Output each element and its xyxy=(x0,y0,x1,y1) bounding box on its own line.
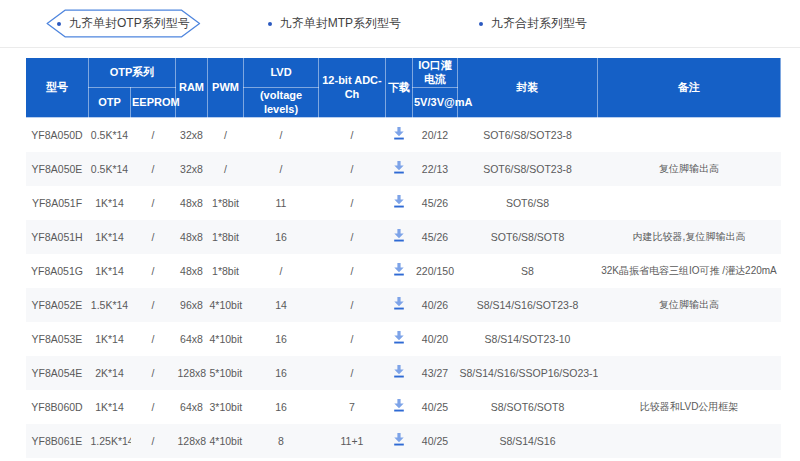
tab-label: 九齐合封系列型号 xyxy=(491,15,587,32)
tab-combined-series[interactable]: 九齐合封系列型号 xyxy=(462,8,604,39)
cell-model: YF8A051H xyxy=(26,220,89,254)
cell-adc: / xyxy=(319,356,386,390)
col-header-lvd: LVD xyxy=(244,58,319,88)
cell-remark: 32K晶振省电容三组IO可推 /灌达220mA xyxy=(598,254,781,288)
cell-pwm: / xyxy=(208,118,244,152)
cell-remark: 比较器和LVD公用框架 xyxy=(598,390,781,424)
cell-pwm: / xyxy=(208,152,244,186)
cell-adc: 7 xyxy=(319,390,386,424)
cell-adc: / xyxy=(319,220,386,254)
cell-adc: / xyxy=(319,118,386,152)
cell-otp: 0.5K*14 xyxy=(89,152,131,186)
table-row: YF8A054E 2K*14 / 128x8 5*10bit 16 / 43/2… xyxy=(26,356,781,390)
cell-model: YF8B060D xyxy=(26,390,89,424)
col-header-eeprom: EEPROM xyxy=(131,88,176,118)
cell-eeprom: / xyxy=(131,186,176,220)
download-icon[interactable] xyxy=(392,297,406,310)
tab-bullet-icon xyxy=(479,22,483,26)
cell-adc: / xyxy=(319,322,386,356)
cell-lvd: / xyxy=(244,152,319,186)
tab-bullet-icon xyxy=(268,22,272,26)
cell-lvd: / xyxy=(244,254,319,288)
download-icon[interactable] xyxy=(392,161,406,174)
col-header-adc: 12-bit ADC-Ch xyxy=(319,58,386,118)
table-row: YF8A051G 1K*14 / 48x8 1*8bit / / 220/150… xyxy=(26,254,781,288)
table-row: YF8B060D 1K*14 / 64x8 3*10bit 16 7 40/25… xyxy=(26,390,781,424)
cell-eeprom: / xyxy=(131,220,176,254)
table-row: YF8A050E 0.5K*14 / 32x8 / / / 22/13 SOT6… xyxy=(26,152,781,186)
cell-model: YF8A050D xyxy=(26,118,89,152)
col-header-otp: OTP xyxy=(89,88,131,118)
cell-remark: 内建比较器,复位脚输出高 xyxy=(598,220,781,254)
cell-remark xyxy=(598,356,781,390)
cell-lvd: 14 xyxy=(244,288,319,322)
tab-mtp-series[interactable]: 九齐单封MTP系列型号 xyxy=(251,8,418,39)
download-icon[interactable] xyxy=(392,365,406,378)
cell-package: S8 xyxy=(458,254,598,288)
cell-package: S8/SOT6/SOT8 xyxy=(458,390,598,424)
cell-lvd: / xyxy=(244,118,319,152)
cell-lvd: 16 xyxy=(244,356,319,390)
cell-ram: 64x8 xyxy=(176,322,208,356)
cell-otp: 1.5K*14 xyxy=(89,288,131,322)
cell-model: YF8A051F xyxy=(26,186,89,220)
cell-pwm: 5*10bit xyxy=(208,356,244,390)
cell-remark: 复位脚输出高 xyxy=(598,152,781,186)
download-icon[interactable] xyxy=(392,331,406,344)
download-icon[interactable] xyxy=(392,195,406,208)
cell-download xyxy=(386,390,413,424)
cell-model: YF8A051G xyxy=(26,254,89,288)
cell-eeprom: / xyxy=(131,288,176,322)
col-header-io-current: IO口灌电流 xyxy=(413,58,458,88)
table-row: YF8A051F 1K*14 / 48x8 1*8bit 11 / 45/26 … xyxy=(26,186,781,220)
cell-lvd: 16 xyxy=(244,220,319,254)
cell-package: S8/S14/SOT23-10 xyxy=(458,322,598,356)
cell-eeprom: / xyxy=(131,424,176,458)
download-icon[interactable] xyxy=(392,433,406,446)
download-icon[interactable] xyxy=(392,263,406,276)
download-icon[interactable] xyxy=(392,229,406,242)
cell-pwm: 1*8bit xyxy=(208,220,244,254)
cell-otp: 1K*14 xyxy=(89,220,131,254)
cell-adc: / xyxy=(319,288,386,322)
cell-ram: 48x8 xyxy=(176,186,208,220)
cell-eeprom: / xyxy=(131,390,176,424)
cell-io-current: 40/25 xyxy=(413,424,458,458)
cell-lvd: 8 xyxy=(244,424,319,458)
cell-download xyxy=(386,152,413,186)
cell-otp: 1K*14 xyxy=(89,186,131,220)
cell-eeprom: / xyxy=(131,254,176,288)
cell-pwm: 1*8bit xyxy=(208,186,244,220)
cell-eeprom: / xyxy=(131,118,176,152)
cell-download xyxy=(386,322,413,356)
cell-package: SOT6/S8/SOT8 xyxy=(458,220,598,254)
download-icon[interactable] xyxy=(392,399,406,412)
cell-otp: 2K*14 xyxy=(89,356,131,390)
cell-remark: 复位脚输出高 xyxy=(598,288,781,322)
cell-ram: 48x8 xyxy=(176,254,208,288)
cell-download xyxy=(386,186,413,220)
table-row: YF8A051H 1K*14 / 48x8 1*8bit 16 / 45/26 … xyxy=(26,220,781,254)
cell-package: S8/S14/S16/SOT23-8 xyxy=(458,288,598,322)
table-row: YF8A052E 1.5K*14 / 96x8 4*10bit 14 / 40/… xyxy=(26,288,781,322)
table-row: YF8A053E 1K*14 / 64x8 4*10bit 16 / 40/20… xyxy=(26,322,781,356)
cell-pwm: 4*10bit xyxy=(208,288,244,322)
cell-adc: / xyxy=(319,254,386,288)
cell-ram: 32x8 xyxy=(176,118,208,152)
cell-adc: 11+1 xyxy=(319,424,386,458)
cell-ram: 128x8 xyxy=(176,356,208,390)
cell-ram: 64x8 xyxy=(176,390,208,424)
cell-io-current: 40/20 xyxy=(413,322,458,356)
cell-eeprom: / xyxy=(131,152,176,186)
download-icon[interactable] xyxy=(392,127,406,140)
cell-io-current: 45/26 xyxy=(413,186,458,220)
cell-download xyxy=(386,118,413,152)
tab-otp-series[interactable]: 九齐单封OTP系列型号 xyxy=(40,8,207,39)
col-header-pwm: PWM xyxy=(208,58,244,118)
tab-bullet-icon xyxy=(57,22,61,26)
col-header-otp-group: OTP系列 xyxy=(89,58,176,88)
cell-otp: 1K*14 xyxy=(89,390,131,424)
tab-label: 九齐单封MTP系列型号 xyxy=(280,15,401,32)
col-header-remark: 备注 xyxy=(598,58,781,118)
cell-otp: 1K*14 xyxy=(89,254,131,288)
